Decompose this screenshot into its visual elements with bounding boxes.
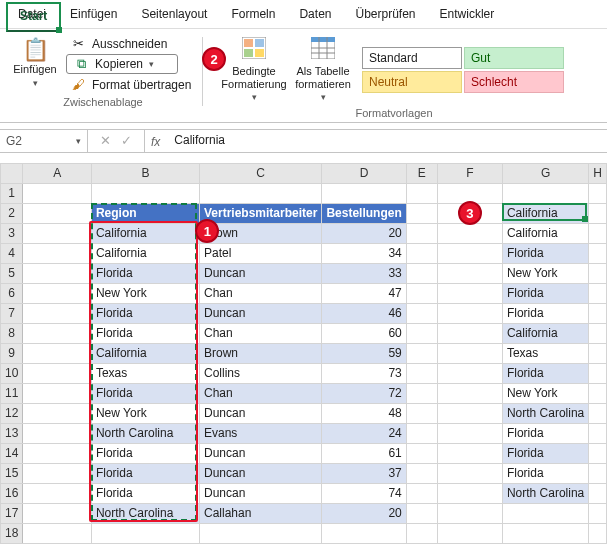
col-header-F[interactable]: F (437, 163, 502, 183)
cell[interactable] (406, 183, 437, 203)
cell-region[interactable]: North Carolina (91, 503, 199, 523)
cell-styles-gallery[interactable]: Standard Gut Neutral Schlecht (362, 47, 564, 93)
cell[interactable] (406, 283, 437, 303)
row-header-8[interactable]: 8 (1, 323, 23, 343)
cell[interactable] (406, 343, 437, 363)
row-header-11[interactable]: 11 (1, 383, 23, 403)
cell-g[interactable]: Florida (502, 243, 588, 263)
cell[interactable] (23, 403, 92, 423)
cell[interactable] (406, 223, 437, 243)
cell[interactable] (322, 183, 406, 203)
cell-g[interactable]: California (502, 323, 588, 343)
cell-orders[interactable] (322, 523, 406, 543)
cell[interactable] (437, 383, 502, 403)
cell-rep[interactable]: Callahan (199, 503, 321, 523)
col-header-C[interactable]: C (199, 163, 321, 183)
cell[interactable] (437, 423, 502, 443)
cell-rep[interactable]: Evans (199, 423, 321, 443)
cell[interactable] (199, 183, 321, 203)
cell[interactable] (23, 263, 92, 283)
cell[interactable] (502, 183, 588, 203)
col-header-A[interactable]: A (23, 163, 92, 183)
cell-g[interactable]: Florida (502, 463, 588, 483)
copy-button[interactable]: ⧉ Kopieren ▾ (66, 54, 178, 74)
style-standard[interactable]: Standard (362, 47, 462, 69)
row-header-16[interactable]: 16 (1, 483, 23, 503)
cell-rep[interactable]: Duncan (199, 303, 321, 323)
row-header-4[interactable]: 4 (1, 243, 23, 263)
cell[interactable] (437, 443, 502, 463)
style-schlecht[interactable]: Schlecht (464, 71, 564, 93)
cell[interactable] (589, 363, 607, 383)
cell[interactable] (406, 363, 437, 383)
cell-g[interactable]: Florida (502, 443, 588, 463)
cell-region[interactable]: Florida (91, 303, 199, 323)
row-header-12[interactable]: 12 (1, 403, 23, 423)
col-header-E[interactable]: E (406, 163, 437, 183)
cell[interactable] (23, 483, 92, 503)
cell[interactable] (437, 223, 502, 243)
cell-region[interactable]: Florida (91, 443, 199, 463)
cell[interactable] (437, 283, 502, 303)
cell-region[interactable]: Florida (91, 483, 199, 503)
cell-orders[interactable]: 48 (322, 403, 406, 423)
col-header-H[interactable]: H (589, 163, 607, 183)
cell[interactable] (437, 403, 502, 423)
cell[interactable] (406, 483, 437, 503)
cancel-icon[interactable]: ✕ (100, 133, 111, 148)
cell[interactable] (23, 283, 92, 303)
cell[interactable] (437, 243, 502, 263)
cell[interactable] (406, 383, 437, 403)
cell-g[interactable]: Florida (502, 283, 588, 303)
cell-region[interactable]: Texas (91, 363, 199, 383)
cell-orders[interactable]: 60 (322, 323, 406, 343)
cell[interactable] (589, 183, 607, 203)
cell-g[interactable]: California (502, 223, 588, 243)
cell-orders[interactable]: 74 (322, 483, 406, 503)
cell-orders[interactable]: 72 (322, 383, 406, 403)
cell[interactable] (23, 503, 92, 523)
cell[interactable] (23, 183, 92, 203)
paste-button[interactable]: 📋 Einfügen▾ (10, 37, 60, 90)
row-header-10[interactable]: 10 (1, 363, 23, 383)
cell-g[interactable] (502, 503, 588, 523)
cell-region[interactable]: North Carolina (91, 423, 199, 443)
cell[interactable] (23, 243, 92, 263)
cut-button[interactable]: ✂ Ausschneiden (66, 35, 196, 52)
cell-orders[interactable]: 47 (322, 283, 406, 303)
cell[interactable] (406, 263, 437, 283)
cell-rep[interactable]: Vertriebsmitarbeiter (199, 203, 321, 223)
cell[interactable] (589, 303, 607, 323)
cell[interactable] (23, 523, 92, 543)
row-header-3[interactable]: 3 (1, 223, 23, 243)
cell-g[interactable]: Florida (502, 423, 588, 443)
cell[interactable] (437, 503, 502, 523)
cell[interactable] (406, 323, 437, 343)
cell[interactable] (406, 423, 437, 443)
cell-g[interactable]: Texas (502, 343, 588, 363)
name-box[interactable]: G2 ▾ (0, 130, 88, 152)
tab-formeln[interactable]: Formeln (219, 2, 287, 28)
cell-g[interactable]: New York (502, 383, 588, 403)
cell[interactable] (589, 423, 607, 443)
grid-table[interactable]: ABCDEFGH 12RegionVertriebsmitarbeiterBes… (0, 163, 607, 544)
cell[interactable] (589, 283, 607, 303)
cell-region[interactable]: New York (91, 283, 199, 303)
cell-rep[interactable]: Chan (199, 283, 321, 303)
cell[interactable] (23, 323, 92, 343)
row-header-15[interactable]: 15 (1, 463, 23, 483)
cell-rep[interactable]: Patel (199, 243, 321, 263)
cell[interactable] (406, 203, 437, 223)
cell[interactable] (23, 343, 92, 363)
row-header-14[interactable]: 14 (1, 443, 23, 463)
row-header-2[interactable]: 2 (1, 203, 23, 223)
cell-orders[interactable]: 24 (322, 423, 406, 443)
confirm-icon[interactable]: ✓ (121, 133, 132, 148)
row-header-6[interactable]: 6 (1, 283, 23, 303)
style-neutral[interactable]: Neutral (362, 71, 462, 93)
cell-orders[interactable]: 34 (322, 243, 406, 263)
cell-region[interactable]: California (91, 223, 199, 243)
cell[interactable] (589, 503, 607, 523)
formula-input[interactable]: California (166, 130, 607, 152)
cell-region[interactable]: Florida (91, 463, 199, 483)
